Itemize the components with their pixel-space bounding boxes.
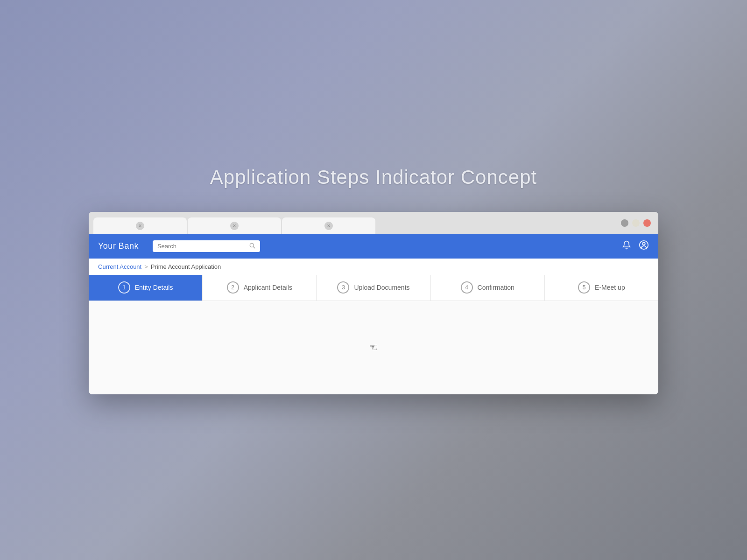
breadcrumb-current: Prime Account Application (151, 263, 221, 270)
step-number-2: 2 (227, 281, 239, 294)
browser-tab-1: × (93, 217, 187, 234)
breadcrumb-link[interactable]: Current Account (98, 263, 141, 270)
step-3[interactable]: 3Upload Documents (317, 275, 430, 301)
step-label-1: Entity Details (135, 284, 173, 291)
minimize-dot[interactable] (621, 219, 628, 227)
step-number-1: 1 (118, 281, 130, 294)
search-box (153, 240, 260, 252)
step-number-4: 4 (461, 281, 473, 294)
step-label-5: E-Meet up (595, 284, 625, 291)
browser-tab-3: × (282, 217, 375, 234)
step-label-3: Upload Documents (354, 284, 409, 291)
bank-logo: Your Bank (98, 241, 139, 251)
svg-point-3 (642, 243, 645, 245)
browser-tab-bar: × × × (89, 212, 658, 234)
step-4[interactable]: 4Confirmation (431, 275, 545, 301)
step-2[interactable]: 2Applicant Details (203, 275, 317, 301)
step-number-3: 3 (337, 281, 349, 294)
navbar-icons (622, 240, 649, 252)
step-label-4: Confirmation (478, 284, 514, 291)
close-dot[interactable] (643, 219, 651, 227)
breadcrumb-separator: > (144, 263, 148, 270)
page-title: Application Steps Indicator Concept (210, 166, 537, 189)
maximize-dot[interactable] (632, 219, 640, 227)
step-5[interactable]: 5E-Meet up (545, 275, 658, 301)
svg-line-1 (254, 247, 255, 248)
tab-close-3[interactable]: × (324, 222, 333, 230)
window-controls (621, 219, 651, 227)
navbar: Your Bank (89, 234, 658, 259)
user-icon[interactable] (639, 240, 649, 252)
step-1[interactable]: 1Entity Details (89, 275, 203, 301)
step-label-2: Applicant Details (244, 284, 292, 291)
step-number-5: 5 (578, 281, 590, 294)
search-icon (249, 242, 255, 250)
tab-close-2[interactable]: × (230, 222, 239, 230)
notification-icon[interactable] (622, 240, 631, 252)
breadcrumb: Current Account > Prime Account Applicat… (89, 259, 658, 275)
content-area: ☜ (89, 301, 658, 394)
browser-tab-2: × (188, 217, 281, 234)
browser-window: × × × Your Bank (89, 212, 658, 394)
search-input[interactable] (157, 243, 246, 250)
cursor-icon: ☜ (369, 342, 378, 354)
tab-close-1[interactable]: × (136, 222, 144, 230)
steps-bar: 1Entity Details2Applicant Details3Upload… (89, 275, 658, 301)
